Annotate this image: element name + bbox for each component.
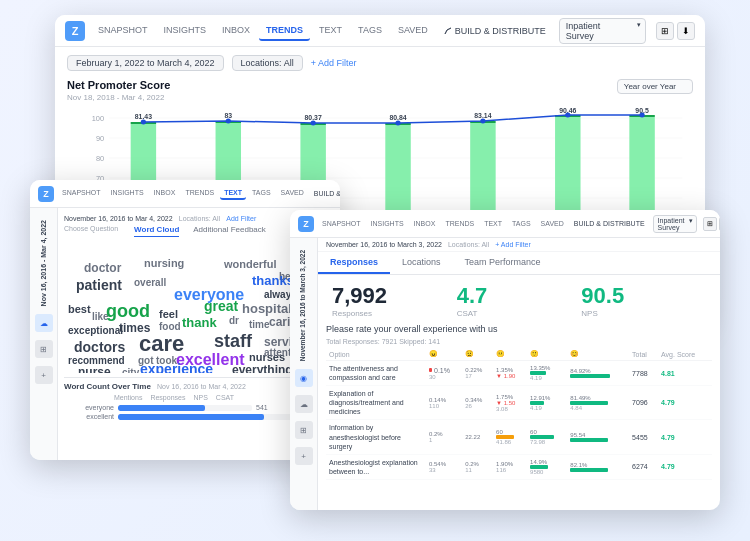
word-thanks[interactable]: thanks xyxy=(252,273,294,288)
rw-tab-text[interactable]: TEXT xyxy=(480,218,506,229)
word-exceptional[interactable]: exceptional xyxy=(68,325,123,336)
chart-subtitle: Nov 18, 2018 - Mar 4, 2022 xyxy=(67,93,693,102)
tab-saved[interactable]: SAVED xyxy=(391,21,435,41)
grid-icon[interactable]: ⊞ xyxy=(656,22,674,40)
word-staff[interactable]: staff xyxy=(214,331,252,352)
rw-tab-team[interactable]: Team Performance xyxy=(453,252,553,274)
rw-topbar: Z SNAPSHOT INSIGHTS INBOX TRENDS TEXT TA… xyxy=(290,210,720,238)
action-buttons: ⊞ ⬇ xyxy=(656,22,695,40)
word-dr[interactable]: dr xyxy=(229,315,239,326)
wc-sidebar-icon-2[interactable]: ⊞ xyxy=(35,340,53,358)
rw-filter-label: November 16, 2016 to March 3, 2022 xyxy=(299,250,307,361)
rw-sidebar-icon-3[interactable]: ⊞ xyxy=(295,421,313,439)
download-icon[interactable]: ⬇ xyxy=(677,22,695,40)
stat-nps-label: NPS xyxy=(581,309,706,318)
wc-tab-inbox[interactable]: INBOX xyxy=(150,187,180,200)
app-logo: Z xyxy=(65,21,85,41)
rw-sidebar-icon-add[interactable]: + xyxy=(295,447,313,465)
svg-text:80: 80 xyxy=(96,154,104,163)
tab-insights[interactable]: INSIGHTS xyxy=(157,21,214,41)
word-wonderful[interactable]: wonderful xyxy=(224,258,277,270)
rw-survey-selector[interactable]: Inpatient Survey▾ xyxy=(653,215,698,233)
date-filter[interactable]: February 1, 2022 to March 4, 2022 xyxy=(67,55,224,71)
rw-tabs: Responses Locations Team Performance xyxy=(318,252,720,275)
word-patient[interactable]: patient xyxy=(76,277,122,293)
mini-bar-fill-2 xyxy=(118,414,264,420)
word-nurse[interactable]: nurse xyxy=(78,365,111,373)
svg-point-36 xyxy=(480,119,485,124)
tab-trends[interactable]: TRENDS xyxy=(259,21,310,41)
word-nursing[interactable]: nursing xyxy=(144,257,184,269)
word-feel[interactable]: feel xyxy=(159,308,178,320)
wc-tab-trends[interactable]: TRENDS xyxy=(181,187,218,200)
word-thank[interactable]: thank xyxy=(182,315,217,330)
wc-tab-text[interactable]: TEXT xyxy=(220,187,246,200)
mini-bar-track-1 xyxy=(118,405,252,411)
wc-add-filter[interactable]: Add Filter xyxy=(226,215,256,222)
wc-tab-saved[interactable]: SAVED xyxy=(277,187,308,200)
word-good[interactable]: good xyxy=(106,301,150,322)
add-filter-link[interactable]: + Add Filter xyxy=(311,58,357,68)
main-nav-tabs: SNAPSHOT INSIGHTS INBOX TRENDS TEXT TAGS… xyxy=(91,21,553,41)
rw-icon-2[interactable]: % xyxy=(719,217,720,231)
word-overall[interactable]: overall xyxy=(134,277,166,288)
wc-tab-insights[interactable]: INSIGHTS xyxy=(107,187,148,200)
rw-tab-saved[interactable]: SAVED xyxy=(537,218,568,229)
word-great[interactable]: great xyxy=(204,298,238,314)
wc-tab-tags[interactable]: TAGS xyxy=(248,187,275,200)
rw-tab-build[interactable]: BUILD & DISTRIBUTE xyxy=(570,218,649,229)
rw-tab-snapshot[interactable]: SNAPSHOT xyxy=(318,218,365,229)
rw-sidebar-icon-2[interactable]: ☁ xyxy=(295,395,313,413)
word-doctor[interactable]: doctor xyxy=(84,261,121,275)
word-hospital[interactable]: hospital xyxy=(242,301,292,316)
wc-tab-snapshot[interactable]: SNAPSHOT xyxy=(58,187,105,200)
wc-question-label: Choose Question xyxy=(64,225,118,237)
rw-icon-1[interactable]: ⊞ xyxy=(703,217,717,231)
rw-tab-responses[interactable]: Responses xyxy=(318,252,390,274)
word-doctors[interactable]: doctors xyxy=(74,339,125,355)
rw-tab-locations[interactable]: Locations xyxy=(390,252,453,274)
year-selector[interactable]: Year over Year xyxy=(617,79,693,94)
survey-selector[interactable]: Inpatient Survey ▾ xyxy=(559,18,646,44)
rw-tab-trends[interactable]: TRENDS xyxy=(441,218,478,229)
tab-inbox[interactable]: INBOX xyxy=(215,21,257,41)
tab-snapshot[interactable]: SNAPSHOT xyxy=(91,21,155,41)
word-best[interactable]: best xyxy=(68,303,91,315)
word-everything[interactable]: everything xyxy=(232,363,293,373)
tab-build[interactable]: BUILD & DISTRIBUTE xyxy=(437,21,553,41)
stat-responses-label: Responses xyxy=(332,309,457,318)
wc-bottom-subtitle: Nov 16, 2016 to Mar 4, 2022 xyxy=(157,383,246,390)
wc-sidebar-icon-add[interactable]: + xyxy=(35,366,53,384)
tab-text[interactable]: TEXT xyxy=(312,21,349,41)
pct-bar-1-1: 0.1% xyxy=(429,367,459,374)
wc-sidebar: Nov 16, 2016 - Mar 4, 2022 ☁ ⊞ + xyxy=(30,208,58,460)
svg-text:80.37: 80.37 xyxy=(305,114,323,121)
wc-tab-build[interactable]: BUILD & DISTRIBUTE xyxy=(310,187,340,200)
wc-location: Locations: All xyxy=(179,215,220,222)
rw-app-logo: Z xyxy=(298,216,314,232)
rw-tab-insights[interactable]: INSIGHTS xyxy=(367,218,408,229)
chart-title: Net Promoter Score xyxy=(67,79,693,91)
rw-tab-inbox[interactable]: INBOX xyxy=(410,218,440,229)
tab-wordcloud[interactable]: Word Cloud xyxy=(134,225,179,237)
wc-sidebar-icon-1[interactable]: ☁ xyxy=(35,314,53,332)
svg-point-35 xyxy=(395,121,400,126)
svg-point-32 xyxy=(141,120,146,125)
rw-sidebar-icon-1[interactable]: ◉ xyxy=(295,369,313,387)
word-time[interactable]: time xyxy=(249,319,270,330)
stat-nps: 90.5 NPS xyxy=(581,285,706,318)
tab-tags[interactable]: TAGS xyxy=(351,21,389,41)
wc-topbar: Z SNAPSHOT INSIGHTS INBOX TRENDS TEXT TA… xyxy=(30,180,340,208)
rw-action-icons: ⊞ % ↗ ⬇ xyxy=(703,217,720,231)
tab-additional[interactable]: Additional Feedback xyxy=(193,225,266,237)
rw-sidebar: November 16, 2016 to March 3, 2022 ◉ ☁ ⊞… xyxy=(290,238,318,510)
rw-main: November 16, 2016 to March 3, 2022 Locat… xyxy=(318,238,720,510)
svg-text:90: 90 xyxy=(96,134,104,143)
word-city[interactable]: city xyxy=(122,367,139,373)
word-experience[interactable]: experience xyxy=(140,361,213,373)
wc-filter-date: Nov 16, 2016 - Mar 4, 2022 xyxy=(40,220,47,306)
location-filter[interactable]: Locations: All xyxy=(232,55,303,71)
rw-add-filter[interactable]: + Add Filter xyxy=(495,241,531,248)
stat-csat-label: CSAT xyxy=(457,309,582,318)
rw-tab-tags[interactable]: TAGS xyxy=(508,218,535,229)
